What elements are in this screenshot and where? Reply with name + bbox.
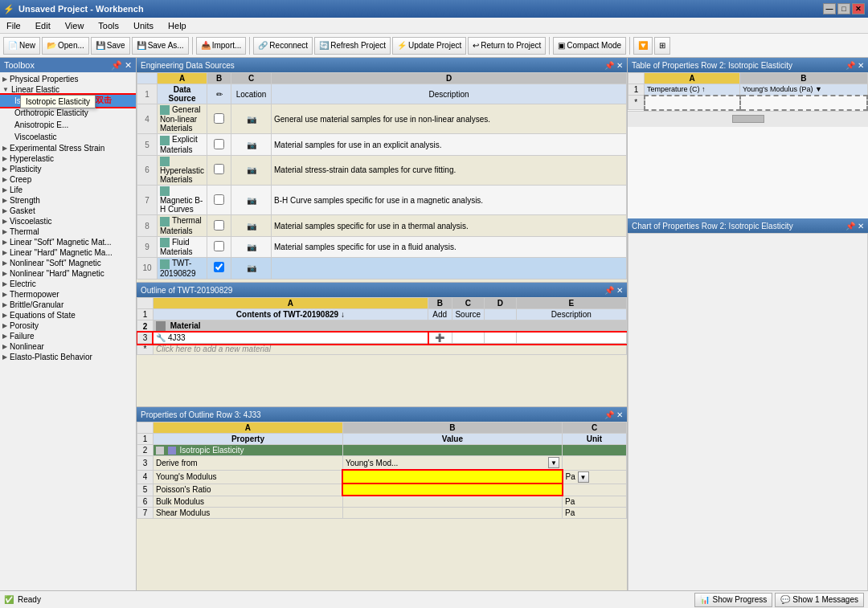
derive-dropdown[interactable]: ▼ — [548, 457, 559, 468]
right-chart-pin[interactable]: 📌 — [845, 222, 855, 231]
right-table-pin[interactable]: 📌 — [845, 61, 855, 70]
properties-close[interactable]: ✕ — [616, 410, 623, 419]
poisson-ratio-input[interactable] — [346, 485, 559, 494]
toolbox-group-linear-elastic-header[interactable]: ▼ Linear Elastic — [0, 84, 136, 95]
row-check[interactable] — [207, 155, 231, 185]
return-to-project-button[interactable]: ↩Return to Project — [468, 37, 546, 55]
new-button[interactable]: 📄New — [3, 37, 40, 55]
right-scrollbar[interactable] — [732, 115, 764, 123]
menu-edit[interactable]: Edit — [32, 19, 54, 32]
row-check[interactable] — [207, 215, 231, 236]
right-table-scroll[interactable]: A B 1 Temperature (C) ↑ Young's Modulus … — [628, 72, 868, 218]
row-checkbox[interactable] — [214, 220, 224, 231]
toolbox-group-porosity-header[interactable]: ▶ Porosity — [0, 320, 136, 331]
compact-mode-button[interactable]: ▣Compact Mode — [553, 37, 626, 55]
toolbox-item-anisotropic[interactable]: Anisotropic E... — [0, 119, 136, 131]
table-row[interactable]: 8 Thermal Materials 📷 Material samples s… — [137, 215, 627, 236]
maximize-button[interactable]: □ — [837, 3, 850, 14]
menu-file[interactable]: File — [3, 19, 24, 32]
row-checkbox[interactable] — [214, 113, 224, 124]
import-button[interactable]: 📥Import... — [196, 37, 247, 55]
properties-pin[interactable]: 📌 — [604, 410, 614, 419]
prop-poisson-value[interactable] — [342, 484, 562, 496]
toolbox-group-viscoelastic2-header[interactable]: ▶ Viscoelastic — [0, 216, 136, 226]
menu-tools[interactable]: Tools — [95, 19, 122, 32]
toolbox-group-nonlinear-header[interactable]: ▶ Nonlinear — [0, 341, 136, 352]
right-table-close[interactable]: ✕ — [858, 61, 864, 70]
menu-units[interactable]: Units — [130, 19, 157, 32]
outline-material-name[interactable]: 🔧4J33 — [154, 333, 428, 344]
toolbox-group-gasket-header[interactable]: ▶ Gasket — [0, 206, 136, 216]
right-youngs-cell[interactable] — [740, 96, 867, 110]
right-scroll-track[interactable] — [628, 111, 868, 127]
toolbox-group-exp-stress-header[interactable]: ▶ Experimental Stress Strain — [0, 143, 136, 153]
toolbox-group-thermal-header[interactable]: ▶ Thermal — [0, 226, 136, 237]
toolbox-item-viscoelastic[interactable]: Viscoelastic — [0, 131, 136, 143]
row-check[interactable] — [207, 236, 231, 257]
toolbox-pin-icon[interactable]: 📌 — [111, 60, 122, 71]
table-row[interactable]: 6 Hyperelastic Materials 📷 Material stre… — [137, 155, 627, 185]
close-button[interactable]: ✕ — [852, 3, 865, 14]
row-checkbox[interactable] — [214, 194, 224, 205]
update-project-button[interactable]: ⚡Update Project — [392, 37, 466, 55]
right-chart-close[interactable]: ✕ — [858, 222, 864, 231]
show-progress-button[interactable]: 📊 Show Progress — [694, 593, 772, 607]
toolbox-group-brittle-header[interactable]: ▶ Brittle/Granular — [0, 300, 136, 310]
eng-data-close[interactable]: ✕ — [616, 61, 623, 70]
table-row[interactable]: 3 🔧4J33 ➕ — [137, 333, 627, 344]
outline-add-btn[interactable]: ➕ — [428, 333, 452, 344]
toolbox-group-life-header[interactable]: ▶ Life — [0, 185, 136, 195]
prop-youngs-value[interactable] — [342, 470, 562, 484]
save-button[interactable]: 💾Save — [91, 37, 130, 55]
outline-close[interactable]: ✕ — [616, 286, 623, 295]
open-button[interactable]: 📂Open... — [42, 37, 89, 55]
right-temp-cell[interactable] — [645, 96, 740, 110]
row-check[interactable] — [207, 258, 231, 279]
outline-scroll[interactable]: A B C D E 1 Contents of TWT-20190829 ↓ A… — [137, 297, 627, 406]
toolbox-group-hyperelastic-header[interactable]: ▶ Hyperelastic — [0, 153, 136, 164]
table-row[interactable]: 4 Young's Modulus Pa ▼ — [137, 470, 627, 484]
table-row[interactable]: * — [628, 96, 868, 110]
table-row[interactable]: 5 Poisson's Ratio — [137, 484, 627, 496]
eng-data-scroll[interactable]: A B C D 1 Data Source ✏ Location Descrip… — [137, 72, 627, 282]
row-checkbox[interactable] — [214, 164, 224, 174]
row-checkbox-checked[interactable] — [214, 262, 224, 272]
row-check[interactable] — [207, 104, 231, 134]
save-as-button[interactable]: 💾Save As... — [132, 37, 189, 55]
row-check[interactable] — [207, 186, 231, 215]
toolbox-group-strength-header[interactable]: ▶ Strength — [0, 195, 136, 206]
toolbox-group-nonlin-soft-mag-header[interactable]: ▶ Nonlinear "Soft" Magnetic — [0, 258, 136, 268]
outline-pin[interactable]: 📌 — [604, 286, 614, 295]
refresh-project-button[interactable]: 🔄Refresh Project — [314, 37, 391, 55]
table-row[interactable]: * Click here to add a new material — [137, 344, 627, 355]
menu-view[interactable]: View — [62, 19, 88, 32]
reconnect-button[interactable]: 🔗Reconnect — [253, 37, 313, 55]
youngs-unit-dropdown[interactable]: ▼ — [578, 471, 589, 483]
eng-data-pin[interactable]: 📌 — [604, 61, 614, 70]
show-messages-button[interactable]: 💬 Show 1 Messages — [775, 593, 864, 607]
properties-scroll[interactable]: A B C 1 Property Value Unit — [137, 422, 627, 608]
youngs-modulus-input[interactable] — [346, 472, 559, 481]
toolbox-group-thermopower-header[interactable]: ▶ Thermopower — [0, 289, 136, 300]
toolbox-group-failure-header[interactable]: ▶ Failure — [0, 331, 136, 341]
toolbox-group-electric-header[interactable]: ▶ Electric — [0, 279, 136, 289]
toolbox-close-icon[interactable]: ✕ — [125, 60, 132, 71]
toolbox-group-creep-header[interactable]: ▶ Creep — [0, 174, 136, 185]
table-row[interactable]: 10 TWT-20190829 📷 — [137, 258, 627, 279]
row-checkbox[interactable] — [214, 241, 224, 251]
toolbox-group-plasticity-header[interactable]: ▶ Plasticity — [0, 164, 136, 174]
toolbox-group-nonlin-hard-mag-header[interactable]: ▶ Nonlinear "Hard" Magnetic — [0, 268, 136, 279]
prop-derive-value[interactable]: Young's Mod... ▼ — [342, 456, 562, 471]
toolbox-group-lin-soft-mag-header[interactable]: ▶ Linear "Soft" Magnetic Mat... — [0, 237, 136, 247]
table-row[interactable]: 5 Explicit Materials 📷 Material samples … — [137, 134, 627, 155]
toolbox-group-physical-header[interactable]: ▶ Physical Properties — [0, 74, 136, 84]
grid-button[interactable]: ⊞ — [654, 37, 670, 55]
toolbox-group-lin-hard-mag-header[interactable]: ▶ Linear "Hard" Magnetic Ma... — [0, 247, 136, 258]
toolbox-group-equations-header[interactable]: ▶ Equations of State — [0, 310, 136, 320]
table-row[interactable]: 4 General Non-linear Materials 📷 General… — [137, 104, 627, 134]
row-checkbox[interactable] — [214, 139, 224, 149]
toolbox-group-elasto-header[interactable]: ▶ Elasto-Plastic Behavior — [0, 352, 136, 362]
minimize-button[interactable]: — — [823, 3, 836, 14]
outline-add-hint[interactable]: Click here to add a new material — [154, 344, 627, 355]
filter-button[interactable]: 🔽 — [633, 37, 653, 55]
